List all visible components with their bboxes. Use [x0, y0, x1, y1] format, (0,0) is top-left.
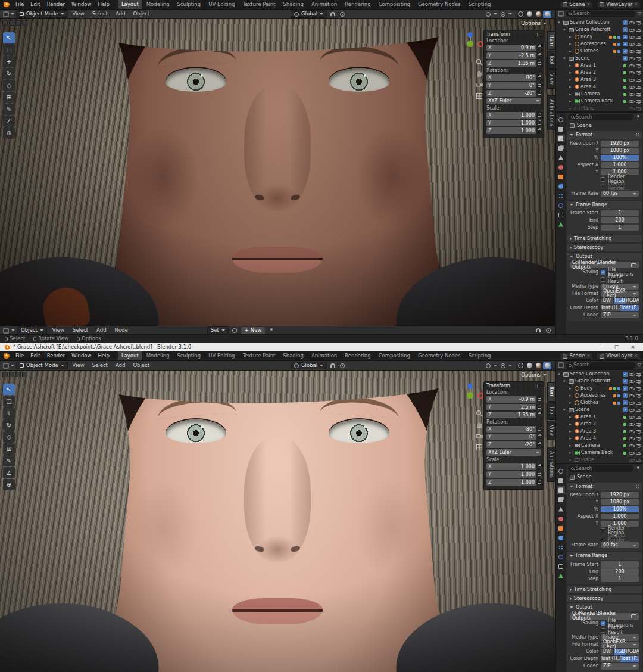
mode-dropdown[interactable]: Object Mode [16, 10, 68, 18]
render-visibility-icon[interactable] [636, 422, 641, 427]
zoom-icon[interactable] [476, 58, 483, 66]
pan-hand-icon[interactable] [476, 421, 483, 428]
tool-add-primitive[interactable]: ⊕ [3, 479, 15, 490]
axis-x-icon[interactable] [477, 41, 483, 47]
browse-material-icon[interactable] [231, 326, 239, 334]
selectability-checkbox[interactable]: ✓ [623, 42, 628, 46]
properties-tab-tool[interactable] [557, 116, 565, 123]
depth-half-button[interactable]: Float (H... [601, 656, 620, 662]
visibility-eye-icon[interactable] [629, 49, 635, 54]
visibility-eye-icon[interactable] [629, 56, 635, 61]
panel-grip-icon[interactable] [536, 33, 541, 37]
menu-view[interactable]: View [70, 362, 88, 369]
visibility-eye-icon[interactable] [629, 42, 635, 47]
axis-y-icon[interactable] [467, 41, 473, 47]
tab-compositing[interactable]: Compositing [375, 0, 414, 9]
codec-dropdown[interactable]: ZIP [601, 663, 639, 670]
color-bw-button[interactable]: BW [601, 298, 613, 304]
selectability-checkbox[interactable]: ✓ [623, 400, 628, 405]
material-preview-icon[interactable] [534, 11, 542, 18]
outliner-row-accesories[interactable]: ▸ Accesories ✓ [556, 392, 643, 399]
expand-arrow-icon[interactable]: ▸ [569, 71, 573, 75]
properties-tab-particles[interactable] [557, 192, 565, 200]
menu-edit[interactable]: Edit [27, 353, 43, 359]
outliner-search-input[interactable]: Search [566, 362, 636, 369]
location-z-field[interactable]: Z1.35 m [486, 412, 541, 418]
render-visibility-icon[interactable] [636, 372, 641, 377]
axis-x-icon[interactable] [477, 393, 483, 399]
sidebar-tab-tool[interactable]: Tool [547, 51, 555, 69]
cursor-mode-icon[interactable] [15, 20, 21, 26]
orientation-dropdown[interactable]: Global [291, 10, 327, 18]
time-stretching-panel-header[interactable]: Time Stretching [567, 235, 642, 242]
color-rgba-button[interactable]: RGBA [626, 649, 639, 655]
outliner-row-plane[interactable]: ▸ Plane [556, 456, 643, 463]
visibility-eye-icon[interactable] [629, 99, 635, 104]
menu-add[interactable]: Add [113, 11, 128, 17]
menu-node[interactable]: Node [112, 327, 131, 334]
expand-arrow-icon[interactable]: ▸ [569, 458, 573, 462]
pin-icon[interactable] [267, 326, 275, 334]
frame-step-field[interactable]: 1 [601, 225, 639, 231]
collection-checkbox[interactable]: ✓ [623, 379, 628, 384]
visibility-eye-icon[interactable] [629, 27, 635, 33]
lock-icon[interactable] [538, 413, 541, 416]
camera-view-icon[interactable] [476, 433, 483, 440]
unlink-scene-icon[interactable]: × [586, 2, 590, 7]
expand-arrow-icon[interactable]: ▸ [569, 92, 573, 97]
file-format-dropdown[interactable]: OpenEXR (.exr) [601, 291, 639, 297]
panel-grip-icon[interactable] [634, 484, 639, 489]
grid-perspective-icon[interactable] [476, 92, 483, 99]
cursor-mode-icon[interactable] [15, 372, 21, 377]
properties-tab-scene[interactable] [557, 505, 565, 513]
properties-tab-view-layer[interactable] [557, 496, 565, 503]
outliner-row-camera[interactable]: ▸ Camera [556, 442, 643, 449]
properties-tab-physics[interactable] [557, 553, 565, 561]
menu-file[interactable]: File [13, 353, 27, 359]
outliner-item-label[interactable]: Accesories [580, 42, 612, 46]
tab-layout[interactable]: Layout [118, 0, 143, 9]
outliner-item-label[interactable]: Area 1 [580, 415, 622, 419]
selectability-checkbox[interactable]: ✓ [623, 393, 628, 398]
lock-icon[interactable] [538, 481, 541, 484]
outliner-row-area-4[interactable]: ▸ Area 4 [556, 83, 643, 91]
properties-tab-scene[interactable] [557, 154, 565, 161]
outliner-item-label[interactable]: Grace Ashcroft [575, 379, 622, 384]
collection-checkbox[interactable]: ✓ [623, 20, 628, 25]
stereoscopy-panel-header[interactable]: Stereoscopy [567, 244, 642, 251]
expand-arrow-icon[interactable]: ▸ [569, 35, 573, 39]
outliner-row-area-1[interactable]: ▸ Area 1 [556, 413, 643, 421]
tab-sculpting[interactable]: Sculpting [173, 0, 205, 9]
color-rgb-button[interactable]: RGB [614, 649, 626, 655]
time-stretching-panel-header[interactable]: Time Stretching [567, 586, 642, 593]
frame-rate-dropdown[interactable]: 60 fps [601, 191, 639, 197]
expand-arrow-icon[interactable]: ▸ [569, 49, 573, 54]
expand-arrow-icon[interactable]: ▸ [569, 394, 573, 398]
tab-texture-paint[interactable]: Texture Paint [239, 351, 280, 360]
render-region-checkbox[interactable] [601, 177, 605, 182]
outliner-row-clothes[interactable]: ▸ Clothes ✓ [556, 48, 643, 55]
lock-icon[interactable] [538, 114, 541, 117]
rotation-y-field[interactable]: Y0° [486, 82, 541, 89]
outliner-search-input[interactable]: Search [566, 11, 636, 17]
scale-z-field[interactable]: Z1.000 [486, 127, 541, 134]
tab-rendering[interactable]: Rendering [341, 351, 374, 360]
expand-arrow-icon[interactable]: ▸ [569, 415, 573, 419]
expand-arrow-icon[interactable]: ▸ [569, 99, 573, 104]
properties-tab-particles[interactable] [557, 543, 565, 551]
tool-rotate[interactable]: ↻ [3, 419, 15, 431]
aspect-x-field[interactable]: 1.000 [601, 514, 639, 520]
tool-annotate[interactable]: ✎ [3, 104, 15, 115]
outliner-row-body[interactable]: ▸ Body ✓ [556, 385, 643, 392]
location-x-field[interactable]: X-0.9 m [486, 45, 541, 51]
orientation-dropdown[interactable]: Global [291, 362, 327, 369]
visibility-eye-icon[interactable] [629, 393, 635, 399]
outliner-item-label[interactable]: Area 3 [580, 77, 622, 82]
outliner-item-label[interactable]: Body [580, 35, 608, 39]
folder-icon[interactable] [631, 263, 636, 267]
lock-icon[interactable] [538, 62, 541, 65]
properties-tab-world[interactable] [557, 515, 565, 522]
rotation-x-field[interactable]: X80° [486, 74, 541, 81]
menu-object[interactable]: Object [130, 362, 152, 369]
file-format-dropdown[interactable]: OpenEXR (.exr) [601, 642, 639, 648]
